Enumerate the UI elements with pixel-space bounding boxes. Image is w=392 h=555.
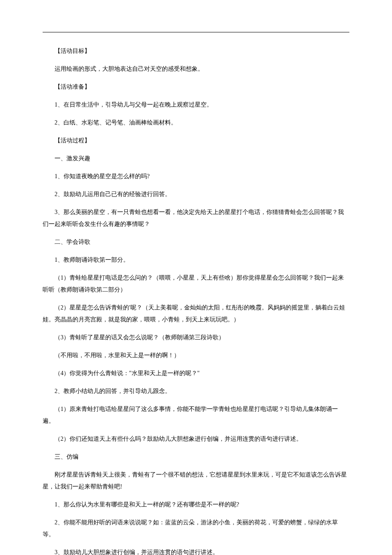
text-line: 2、白纸、水彩笔、记号笔、油画棒绘画材料。 (43, 117, 349, 129)
text-line: 二、学会诗歌 (43, 236, 349, 248)
text-line: 1、在日常生活中，引导幼儿与父母一起在晚上观察过星空。 (43, 99, 349, 111)
text-line: （不用啦，不用啦，水里和天上是一样的啊！） (43, 350, 349, 361)
text-line: 2、鼓励幼儿运用自己已有的经验进行回答。 (43, 188, 349, 200)
text-paragraph: （2）星星是怎么告诉青蛙的'呢？（天上美着呢，金灿灿的太阳，红彤彤的晚霞。风妈妈… (43, 302, 349, 326)
text-line: （4）你觉得为什么青蛙说："水里和天上是一样的呢？" (43, 367, 349, 379)
text-line: 1、那么你认为水里有哪些是和天上一样的呢？还有哪些是不一样的呢? (43, 499, 349, 511)
text-line: （1）原来青蛙打电话给星星问了这么多事情，你能不能学一学青蛙也给星星打电话呢？引… (43, 403, 349, 427)
text-line: 2、你能不能用好听的词语来说说呢？如：蓝蓝的云朵，游泳的小鱼，美丽的荷花，可爱的… (43, 517, 349, 541)
text-line: （3）青蛙听了星星的话又会怎么说呢？（教师朗诵第三段诗歌） (43, 332, 349, 344)
text-line: 1、你知道夜晚的星空是怎么样的吗? (43, 171, 349, 182)
text-line: 运用绘画的形式，大胆地表达自己对天空的感受和想象。 (43, 63, 349, 75)
text-paragraph: （1）青蛙给星星打电话是怎么问的？（喂喂，小星星，天上有些啥）那你觉得星星会怎么… (43, 272, 349, 296)
text-line: 三、仿编 (43, 451, 349, 463)
text-line: （2）你们还知道天上有些什么吗？鼓励幼儿大胆想象进行创编，并运用连贯的语句进行讲… (43, 433, 349, 445)
text-line: 【活动准备】 (43, 81, 349, 93)
text-line: 【活动过程】 (43, 135, 349, 147)
text-line: 3、鼓励幼儿大胆想象进行创编，并运用连贯的语句进行讲述。 (43, 546, 349, 555)
text-paragraph: 刚才星星告诉青蛙天上很美，青蛙有了一个很不错的想法，它想请星星到水里来玩，可是它… (43, 469, 349, 493)
text-line: 【活动目标】 (43, 45, 349, 57)
text-paragraph: 3、那么美丽的星空，有一只青蛙也想看一看，他决定先给天上的星星打个电话，你猜猜青… (43, 206, 349, 230)
text-line: 2、教师小结幼儿的回答，并引导幼儿跟念。 (43, 385, 349, 397)
horizontal-divider (43, 32, 349, 32)
text-line: 一、激发兴趣 (43, 153, 349, 165)
text-line: 1、教师朗诵诗歌第一部分。 (43, 254, 349, 266)
